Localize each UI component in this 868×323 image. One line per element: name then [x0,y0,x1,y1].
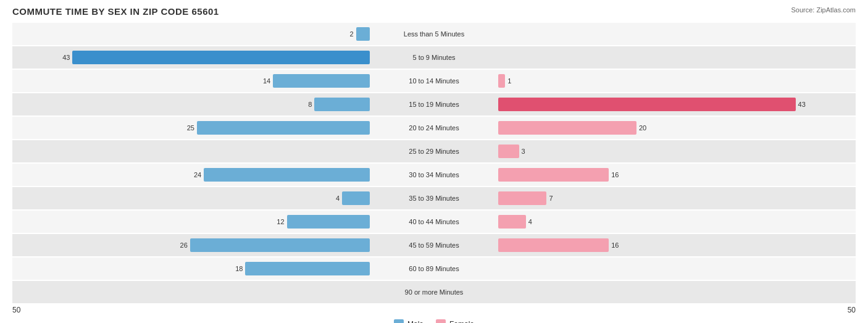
chart-row: 12 40 to 44 Minutes 4 [12,211,856,233]
female-value: 16 [611,171,628,178]
chart-row: 26 45 to 59 Minutes 16 [12,234,856,256]
axis-left-label: 50 [12,306,20,314]
male-value: 14 [253,77,270,85]
chart-row: 14 10 to 14 Minutes 1 [12,70,856,92]
legend-male-box [394,319,404,323]
male-value: 24 [184,171,201,178]
axis-row: 50 50 [12,306,856,314]
chart-area: 2 Less than 5 Minutes 43 5 to 9 Minutes … [12,23,856,303]
male-bar [342,191,370,205]
row-label: 35 to 39 Minutes [372,195,496,202]
female-bar [498,145,519,158]
chart-row: 25 20 to 24 Minutes 20 [12,117,856,139]
male-bar [204,168,370,182]
male-bar [245,262,370,275]
chart-row: 8 15 to 19 Minutes 43 [12,93,856,115]
female-value: 1 [507,77,525,85]
row-label: 30 to 34 Minutes [372,171,496,178]
male-bar [356,27,370,41]
female-value: 20 [639,124,656,132]
female-bar [498,121,636,135]
female-value: 43 [798,101,816,108]
male-value: 25 [177,124,194,132]
chart-row: 2 Less than 5 Minutes [12,23,856,45]
row-label: 90 or more Minutes [372,288,496,296]
female-bar [498,74,505,88]
female-bar [498,238,609,252]
chart-title: COMMUTE TIME BY SEX IN ZIP CODE 65601 [12,6,219,17]
row-label: 15 to 19 Minutes [372,101,496,108]
female-value: 16 [611,241,628,249]
legend-female-label: Female [449,320,474,323]
male-value: 8 [294,101,312,108]
male-bar [190,238,370,252]
female-value: 7 [549,195,566,202]
male-bar [197,121,370,135]
row-label: 25 to 29 Minutes [372,148,496,155]
male-bar [287,215,370,229]
female-bar [498,168,609,182]
legend-female: Female [436,319,474,323]
chart-row: 4 35 to 39 Minutes 7 [12,187,856,209]
male-value: 26 [170,241,188,249]
legend-male: Male [394,319,424,323]
legend-male-label: Male [407,320,424,323]
male-value: 2 [336,30,354,38]
female-bar [498,191,546,205]
row-label: Less than 5 Minutes [372,30,496,38]
female-value: 3 [522,148,539,155]
row-label: 40 to 44 Minutes [372,218,496,225]
male-bar [72,51,370,64]
male-value: 12 [267,218,285,225]
male-bar [314,98,370,111]
legend-female-box [436,319,446,323]
male-value: 43 [52,54,70,61]
chart-row: 25 to 29 Minutes 3 [12,140,856,162]
male-bar [273,74,370,88]
row-label: 45 to 59 Minutes [372,241,496,249]
chart-row: 90 or more Minutes [12,281,856,303]
male-value: 18 [225,265,243,272]
axis-right-label: 50 [848,306,856,314]
row-label: 10 to 14 Minutes [372,77,496,85]
legend: Male Female [12,319,856,323]
female-bar [498,215,526,229]
row-label: 5 to 9 Minutes [372,54,496,61]
chart-row: 24 30 to 34 Minutes 16 [12,164,856,186]
chart-row: 43 5 to 9 Minutes [12,46,856,69]
male-value: 4 [322,195,340,202]
source-label: Source: ZipAtlas.com [791,6,856,14]
row-label: 60 to 89 Minutes [372,265,496,272]
chart-row: 18 60 to 89 Minutes [12,258,856,280]
row-label: 20 to 24 Minutes [372,124,496,132]
female-bar [498,98,796,111]
female-value: 4 [528,218,546,225]
